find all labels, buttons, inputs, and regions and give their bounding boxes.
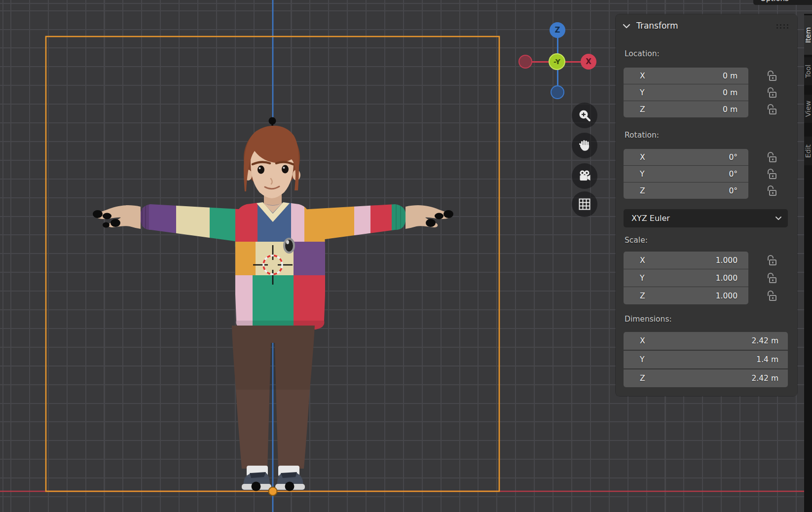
zoom-button[interactable]: [572, 103, 597, 128]
gizmo-axis-z-neg[interactable]: [551, 85, 564, 99]
lock-icon[interactable]: [764, 184, 780, 198]
camera-view-button[interactable]: [572, 163, 597, 189]
transform-panel: Transform Location: X 0 m Y 0 m Z 0 m Ro…: [616, 14, 797, 396]
location-x-field[interactable]: X 0 m: [624, 68, 748, 84]
gizmo-axis-x-neg[interactable]: [518, 55, 532, 69]
scale-fields: X 1.000 Y 1.000 Z 1.000: [624, 252, 748, 304]
rotation-fields: X 0° Y 0° Z 0°: [624, 149, 748, 199]
tab-item[interactable]: Item: [804, 15, 812, 55]
rotation-z-field[interactable]: Z 0°: [624, 183, 748, 199]
gizmo-axis-y-neg[interactable]: -Y: [549, 53, 565, 70]
options-button[interactable]: Options: [753, 0, 812, 5]
lock-icon[interactable]: [764, 86, 780, 100]
chevron-down-icon: [623, 24, 630, 29]
lock-icon[interactable]: [764, 151, 780, 165]
panel-title: Transform: [636, 21, 678, 31]
rotation-mode-dropdown[interactable]: XYZ Euler: [624, 209, 788, 227]
rotation-y-field[interactable]: Y 0°: [624, 166, 748, 182]
rotation-label: Rotation:: [625, 131, 659, 140]
gizmo-axis-z[interactable]: Z: [550, 22, 565, 38]
chevron-down-icon: [794, 0, 800, 0]
tab-view[interactable]: View: [804, 95, 812, 123]
scale-y-field[interactable]: Y 1.000: [624, 269, 748, 287]
magnifier-plus-icon: [577, 108, 592, 123]
dimensions-y-field[interactable]: Y 1.4 m: [624, 351, 788, 368]
hand-icon: [577, 138, 592, 153]
movie-camera-icon: [577, 169, 592, 183]
lock-icon[interactable]: [764, 272, 780, 286]
lock-icon[interactable]: [764, 70, 780, 83]
lock-icon[interactable]: [764, 103, 780, 117]
dimensions-label: Dimensions:: [625, 315, 672, 324]
medallion: [284, 239, 294, 253]
grid-icon: [577, 197, 592, 212]
scale-z-field[interactable]: Z 1.000: [624, 287, 748, 304]
lock-icon[interactable]: [764, 254, 780, 268]
transform-panel-header[interactable]: Transform: [616, 14, 797, 37]
pan-button[interactable]: [572, 133, 597, 158]
location-z-field[interactable]: Z 0 m: [624, 101, 748, 117]
gizmo-axis-x[interactable]: X: [581, 54, 596, 70]
grid-overlay-button[interactable]: [572, 191, 597, 217]
object-origin-dot: [269, 487, 277, 496]
sidebar-tab-strip: Item Tool View Edit: [804, 14, 812, 512]
chevron-down-icon: [775, 216, 782, 220]
dimensions-z-field[interactable]: Z 2.42 m: [624, 369, 788, 387]
tab-edit[interactable]: Edit: [804, 137, 812, 165]
location-fields: X 0 m Y 0 m Z 0 m: [624, 68, 748, 117]
dimensions-fields: X 2.42 m Y 1.4 m Z 2.42 m: [624, 332, 788, 388]
left-hand: [93, 205, 141, 229]
dimensions-x-field[interactable]: X 2.42 m: [624, 332, 788, 350]
right-hand: [406, 205, 453, 229]
blender-3d-viewport: Z -Y X: [0, 0, 812, 512]
lock-icon[interactable]: [764, 168, 780, 182]
location-label: Location:: [625, 49, 660, 58]
panel-drag-handle-icon[interactable]: [776, 24, 789, 28]
tab-tool[interactable]: Tool: [804, 57, 812, 85]
lock-icon[interactable]: [764, 290, 780, 303]
scale-x-field[interactable]: X 1.000: [624, 252, 748, 269]
bone-dot-head: [269, 117, 276, 125]
scale-label: Scale:: [625, 236, 648, 245]
location-y-field[interactable]: Y 0 m: [624, 84, 748, 101]
rotation-x-field[interactable]: X 0°: [624, 149, 748, 165]
